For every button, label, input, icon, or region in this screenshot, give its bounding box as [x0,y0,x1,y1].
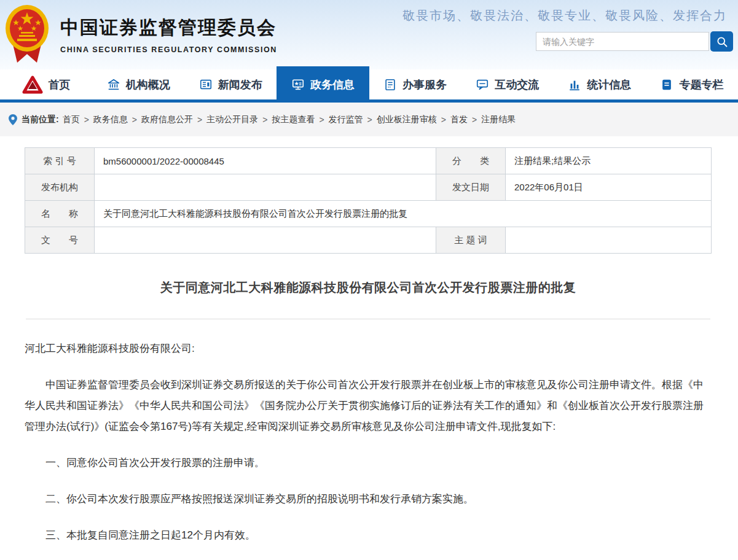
meta-label: 分 类 [436,148,506,174]
nav-label: 首页 [49,77,71,92]
breadcrumb-prefix: 当前位置: [22,114,59,125]
breadcrumb-separator: > [132,115,137,125]
nav-item-home[interactable]: 首页 [0,69,92,99]
main-nav: 首页 机构概况 新闻发布 政务信息 [0,69,738,103]
main-content: 索 引 号 bm56000001/2022-00008445 分 类 注册结果;… [0,136,738,560]
topic-doc-icon [660,78,673,91]
document-body: 河北工大科雅能源科技股份有限公司: 中国证券监督管理委员会收到深圳证券交易所报送… [25,338,712,560]
salutation: 河北工大科雅能源科技股份有限公司: [25,338,712,359]
nav-label: 互动交流 [495,77,539,92]
breadcrumb-item[interactable]: 按主题查看 [272,114,315,125]
breadcrumb-separator: > [262,115,267,125]
service-list-icon [383,78,397,91]
paragraph-main: 中国证券监督管理委员会收到深圳证券交易所报送的关于你公司首次公开发行股票并在创业… [25,375,712,437]
breadcrumb-separator: > [84,115,89,125]
meta-value-category: 注册结果;结果公示 [506,148,712,174]
meta-value-publisher [95,174,436,201]
breadcrumb-item[interactable]: 首页 [63,114,80,125]
csrc-logo-icon [22,76,43,94]
breadcrumb-item[interactable]: 主动公开目录 [206,114,258,125]
meta-value-index-number: bm56000001/2022-00008445 [95,148,436,174]
bank-icon [107,78,120,91]
breadcrumb-item[interactable]: 政务信息 [93,114,128,125]
nav-item-interaction[interactable]: 互动交流 [461,69,554,99]
breadcrumb-separator: > [319,115,324,125]
chat-bubble-icon [476,78,489,91]
search-input[interactable] [536,32,709,51]
nav-label: 办事服务 [402,77,447,92]
location-pin-icon [9,114,17,125]
meta-label: 发布机构 [25,174,95,201]
nav-label: 机构概况 [126,77,170,92]
header-slogan: 敬畏市场、敬畏法治、敬畏专业、敬畏风险、发挥合力 [402,7,727,24]
meta-label: 文 号 [25,227,95,254]
breadcrumb-item[interactable]: 注册结果 [481,114,516,125]
breadcrumb: 当前位置: 首页 > 政务信息 > 政府信息公开 > 主动公开目录 > 按主题查… [0,103,738,136]
meta-value-doc-number [95,227,436,254]
breadcrumb-separator: > [367,115,372,125]
nav-label: 新闻发布 [218,77,262,92]
meta-label: 名 称 [25,201,95,227]
bar-chart-icon [568,78,581,91]
nav-label: 政务信息 [310,77,355,92]
nav-item-topics[interactable]: 专题专栏 [646,69,738,99]
list-item: 二、你公司本次发行股票应严格按照报送深圳证券交易所的招股说明书和发行承销方案实施… [25,489,712,510]
nav-item-news[interactable]: 新闻发布 [184,69,277,99]
table-row: 发布机构 发文日期 2022年06月01日 [25,174,712,201]
breadcrumb-item[interactable]: 政府信息公开 [141,114,193,125]
meta-value-name: 关于同意河北工大科雅能源科技股份有限公司首次公开发行股票注册的批复 [95,201,712,227]
breadcrumb-separator: > [197,115,202,125]
meta-label: 索 引 号 [25,148,95,174]
search-button[interactable] [710,31,733,52]
breadcrumb-item[interactable]: 首发 [450,114,468,125]
nav-label: 统计信息 [587,77,631,92]
breadcrumb-separator: > [441,115,446,125]
table-row: 文 号 主 题 词 [25,227,712,254]
document-meta-table: 索 引 号 bm56000001/2022-00008445 分 类 注册结果;… [25,147,712,254]
breadcrumb-item[interactable]: 发行监管 [329,114,363,125]
table-row: 名 称 关于同意河北工大科雅能源科技股份有限公司首次公开发行股票注册的批复 [25,201,712,227]
table-row: 索 引 号 bm56000001/2022-00008445 分 类 注册结果;… [25,148,712,174]
news-icon [199,78,213,91]
list-item: 三、本批复自同意注册之日起12个月内有效。 [25,525,712,546]
title-divider [26,319,710,319]
brand: 中国证券监督管理委员会 CHINA SECURITIES REGULATORY … [5,4,277,65]
nav-item-about[interactable]: 机构概况 [92,69,184,99]
national-emblem-logo [5,4,49,65]
org-name-cn: 中国证券监督管理委员会 [60,15,277,41]
nav-item-government-info[interactable]: 政务信息 [277,66,369,99]
site-header: 中国证券监督管理委员会 CHINA SECURITIES REGULATORY … [0,0,738,69]
monitor-star-icon [291,78,305,91]
meta-label: 主 题 词 [436,227,506,254]
nav-item-statistics[interactable]: 统计信息 [554,69,646,99]
meta-value-publish-date: 2022年06月01日 [506,174,712,201]
org-name-en: CHINA SECURITIES REGULATORY COMMISSION [60,45,277,54]
meta-value-subject-words [506,227,712,254]
nav-item-services[interactable]: 办事服务 [369,69,461,99]
breadcrumb-separator: > [472,115,477,125]
list-item: 一、同意你公司首次公开发行股票的注册申请。 [25,453,712,473]
nav-label: 专题专栏 [679,77,723,92]
breadcrumb-item[interactable]: 创业板注册审核 [377,114,437,125]
document-title: 关于同意河北工大科雅能源科技股份有限公司首次公开发行股票注册的批复 [25,279,712,296]
search-icon [716,36,728,48]
meta-label: 发文日期 [436,174,506,201]
search-bar [536,31,733,52]
